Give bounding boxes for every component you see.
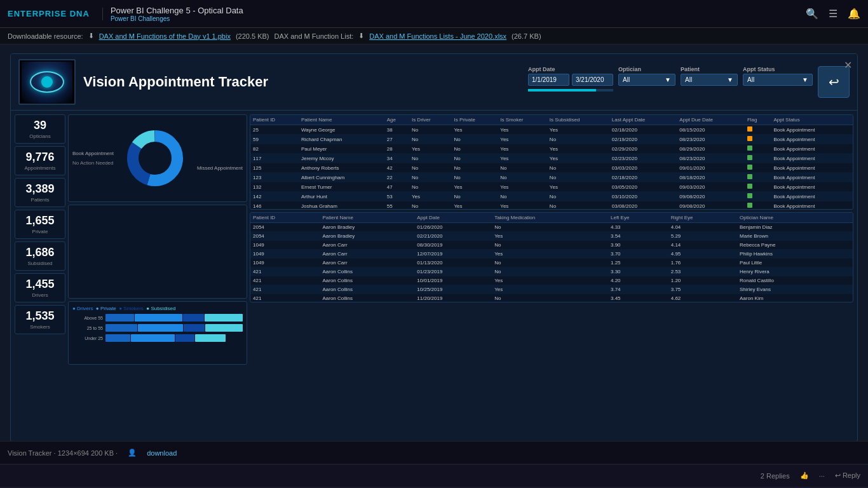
main-table-scroll[interactable]: Patient IDPatient NameAgeIs DriverIs Pri… xyxy=(250,115,853,209)
table-row[interactable]: 132Ernest Turner47NoYesYesYes03/05/20200… xyxy=(250,182,853,192)
table-cell: 03/08/2020 xyxy=(609,201,677,210)
detail-table-th: Taking Medication xyxy=(492,213,608,223)
green-flag xyxy=(747,193,752,198)
chevron-down-icon-3: ▼ xyxy=(802,76,808,83)
main-table-th: Is Private xyxy=(451,115,498,125)
bar-25to55-private xyxy=(138,324,183,332)
table-row[interactable]: 421Aaron Collins11/20/2019No3.454.62Aaro… xyxy=(250,294,853,302)
table-row[interactable]: 1049Aaron Carr08/30/2019No3.904.14Rebecc… xyxy=(250,241,853,250)
table-cell: 421 xyxy=(250,294,320,302)
thumbs-icon[interactable]: 👍 xyxy=(800,471,809,480)
stat-card: 1,655Private xyxy=(15,210,65,239)
download-link[interactable]: download xyxy=(147,449,177,457)
date-slider-fill xyxy=(528,89,596,92)
scatter-bars-under25 xyxy=(105,334,243,342)
appt-status-dropdown[interactable]: All ▼ xyxy=(743,74,813,86)
table-cell: Ernest Turner xyxy=(299,182,384,192)
reply-button[interactable]: ↩ Reply xyxy=(835,471,860,480)
green-flag xyxy=(747,203,752,208)
table-cell: Ronald Castillo xyxy=(737,276,853,285)
stat-label: Appointments xyxy=(20,165,60,171)
table-cell: No xyxy=(451,135,498,144)
chevron-down-icon-2: ▼ xyxy=(727,76,733,83)
green-flag xyxy=(747,174,752,179)
table-cell: Marie Brown xyxy=(737,232,853,241)
table-cell: 09/01/2020 xyxy=(677,163,745,173)
table-cell: Book Appointment xyxy=(771,173,853,182)
stat-value: 3,389 xyxy=(20,182,60,196)
table-cell: 4.95 xyxy=(668,250,737,259)
table-row[interactable]: 421Aaron Collins10/01/2019Yes4.201.20Ron… xyxy=(250,276,853,285)
detail-table-scroll[interactable]: Patient IDPatient NameAppt DateTaking Me… xyxy=(250,213,853,302)
date-slider[interactable] xyxy=(528,89,613,92)
table-cell: Book Appointment xyxy=(771,135,853,144)
table-cell: 01/26/2020 xyxy=(414,223,492,232)
green-flag xyxy=(747,184,752,189)
resource-size-1: (220.5 KB) xyxy=(236,32,269,40)
table-cell: No xyxy=(451,144,498,154)
table-row[interactable]: 142Arthur Hunt53YesNoNoNo03/10/202009/08… xyxy=(250,192,853,201)
menu-icon[interactable]: ☰ xyxy=(829,8,837,20)
table-cell: No xyxy=(409,154,452,163)
scatter-row-above55: Above 55 xyxy=(72,314,243,322)
table-row[interactable]: 146Joshua Graham55NoYesYesNo03/08/202009… xyxy=(250,201,853,210)
bar-under25-smokers xyxy=(175,334,194,342)
resource-link-2[interactable]: DAX and M Functions Lists - June 2020.xl… xyxy=(369,32,506,40)
table-row[interactable]: 1049Aaron Carr01/13/2020No1.251.76Paul L… xyxy=(250,259,853,268)
table-cell: No xyxy=(451,154,498,163)
main-table-th: Last Appt Date xyxy=(609,115,677,125)
table-cell: No xyxy=(492,259,608,268)
resource-link-1[interactable]: DAX and M Functions of the Day v1 1.pbix xyxy=(99,32,231,40)
table-cell: No xyxy=(409,135,452,144)
table-cell: Yes xyxy=(492,276,608,285)
table-row[interactable]: 421Aaron Collins10/25/2019Yes3.743.75Shi… xyxy=(250,285,853,294)
table-cell: Book Appointment xyxy=(771,192,853,201)
table-cell: 146 xyxy=(250,201,299,210)
bar-under25-subsidised xyxy=(195,334,226,342)
stat-card: 3,389Patients xyxy=(15,178,65,207)
resource-bar: Downloadable resource: ⬇ DAX and M Funct… xyxy=(0,28,868,44)
table-cell: No xyxy=(547,163,609,173)
table-cell: No xyxy=(492,241,608,250)
bar-chart xyxy=(68,205,247,299)
table-cell: 02/23/2020 xyxy=(609,154,677,163)
table-row[interactable]: 2054Aaron Bradley01/26/2020No4.334.04Ben… xyxy=(250,223,853,232)
stats-column: 39Opticians9,776Appointments3,389Patient… xyxy=(15,114,65,365)
table-row[interactable]: 125Anthony Roberts42NoNoNoNo03/03/202009… xyxy=(250,163,853,173)
table-row[interactable]: 421Aaron Collins01/23/2019No3.302.53Henr… xyxy=(250,268,853,276)
optician-dropdown[interactable]: All ▼ xyxy=(618,74,675,86)
patient-dropdown[interactable]: All ▼ xyxy=(681,74,738,86)
stat-label: Opticians xyxy=(20,133,60,139)
appt-date-filter: Appt Date xyxy=(528,66,613,92)
table-cell: Aaron Collins xyxy=(320,268,414,276)
donut-chart: Book Appointment No Action Needed xyxy=(68,114,247,202)
table-row[interactable]: 59Richard Chapman27NoNoYesNo02/19/202008… xyxy=(250,135,853,144)
table-cell: 10/01/2019 xyxy=(414,276,492,285)
date-end-input[interactable] xyxy=(572,74,613,86)
resource-prefix-2: DAX and M Function List: xyxy=(275,32,354,40)
table-cell: Yes xyxy=(492,232,608,241)
date-start-input[interactable] xyxy=(528,74,569,86)
table-row[interactable]: 123Albert Cunningham22NoNoNoNo02/18/2020… xyxy=(250,173,853,182)
table-row[interactable]: 25Wayne George38NoYesYesYes02/18/202008/… xyxy=(250,125,853,135)
table-row[interactable]: 2054Aaron Bradley02/21/2020Yes3.545.29Ma… xyxy=(250,232,853,241)
appt-status-value: All xyxy=(747,76,754,83)
stat-label: Private xyxy=(20,229,60,234)
search-icon[interactable]: 🔍 xyxy=(806,8,818,20)
table-cell: Wayne George xyxy=(299,125,384,135)
table-cell: 47 xyxy=(384,182,409,192)
table-cell xyxy=(745,173,771,182)
table-row[interactable]: 117Jeremy Mccoy34NoNoYesYes02/23/202008/… xyxy=(250,154,853,163)
stat-card: 1,455Drivers xyxy=(15,273,65,302)
close-button[interactable]: ✕ xyxy=(844,59,852,71)
table-row[interactable]: 82Paul Meyer28YesNoYesYes02/29/202008/29… xyxy=(250,144,853,154)
table-cell: 08/18/2020 xyxy=(677,173,745,182)
logo: ENTERPRISE DNA xyxy=(8,9,90,18)
table-cell: 2054 xyxy=(250,223,320,232)
notification-icon[interactable]: 🔔 xyxy=(848,8,860,20)
table-row[interactable]: 1049Aaron Carr12/07/2019Yes3.704.95Phili… xyxy=(250,250,853,259)
table-cell: 28 xyxy=(384,144,409,154)
table-cell: 4.62 xyxy=(668,294,737,302)
logo-part2: DNA xyxy=(70,9,90,18)
scatter-label-above55: Above 55 xyxy=(72,316,103,320)
